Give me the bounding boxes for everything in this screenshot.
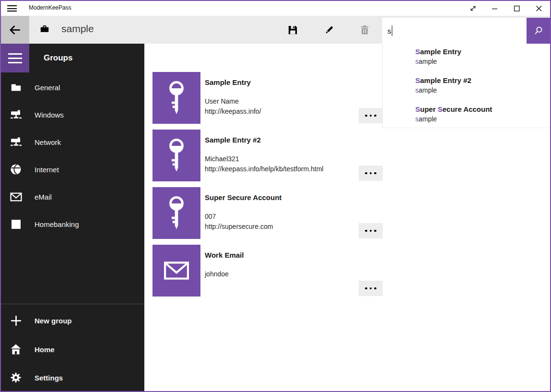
entry-details: Michael321 http://keepass.info/help/kb/t… — [205, 154, 323, 174]
minimize-icon — [490, 4, 500, 13]
titlebar: ModernKeePass — [1, 1, 550, 16]
entry-username: johndoe — [205, 269, 229, 279]
app-title: ModernKeePass — [29, 4, 71, 11]
entry-tile[interactable] — [152, 130, 200, 181]
entry-tile[interactable] — [152, 187, 200, 239]
globe-icon — [10, 163, 22, 176]
fullscreen-toggle-button[interactable] — [462, 1, 484, 16]
entry-url: http://keepass.info/help/kb/testform.htm… — [205, 164, 323, 174]
entry-title: Super Secure Account — [205, 193, 281, 202]
search-icon — [533, 25, 544, 36]
key-icon — [165, 138, 188, 173]
entry-username: Michael321 — [205, 154, 323, 164]
home-icon — [10, 343, 22, 356]
diagonal-resize-icon — [469, 4, 478, 13]
save-icon — [287, 24, 298, 36]
sidebar-item-email[interactable]: eMail — [1, 184, 144, 210]
sidebar-item-windows[interactable]: Windows — [1, 102, 144, 128]
text-caret — [392, 25, 393, 36]
edit-button[interactable] — [317, 16, 340, 44]
key-icon — [165, 195, 188, 231]
sidebar-item-label: Network — [35, 138, 61, 146]
more-button[interactable] — [359, 108, 383, 123]
folder-icon — [10, 81, 22, 94]
search-suggestions-dropdown: Sample Entry sample Sample Entry #2 samp… — [382, 44, 550, 128]
sidebar-item-internet[interactable]: Internet — [1, 156, 144, 182]
sidebar-item-label: Internet — [35, 166, 59, 174]
back-button[interactable] — [1, 16, 29, 44]
network-icon — [10, 108, 22, 121]
nav-hamburger-button[interactable] — [1, 44, 29, 72]
mail-icon — [10, 190, 22, 203]
key-icon — [165, 80, 188, 116]
sidebar-item-general[interactable]: General — [1, 74, 144, 100]
suggestion-subtitle: sample — [415, 57, 545, 66]
entry-tile[interactable] — [152, 72, 200, 124]
suggestion-subtitle: sample — [415, 114, 545, 124]
entry-title: Sample Entry — [205, 78, 251, 86]
window-controls — [462, 1, 550, 16]
suggestion-title: Sample Entry — [415, 47, 545, 57]
new-group-button[interactable]: New group — [1, 308, 144, 333]
titlebar-hamburger-icon[interactable] — [7, 5, 17, 12]
more-button[interactable] — [359, 166, 383, 181]
sidebar-item-network[interactable]: Network — [1, 129, 144, 155]
entry-url: http://supersecure.com — [205, 222, 273, 232]
entry-tile[interactable] — [152, 245, 200, 297]
save-button[interactable] — [281, 16, 304, 44]
home-button[interactable]: Home — [1, 336, 144, 362]
sidebar-item-label: Homebanking — [35, 220, 79, 228]
search-text: s — [387, 27, 391, 35]
delete-button[interactable] — [353, 16, 376, 44]
gear-icon — [10, 371, 22, 384]
suggestion-item[interactable]: Sample Entry #2 sample — [415, 76, 545, 99]
entry-details: User Name http://keepass.info/ — [205, 96, 261, 117]
minimize-button[interactable] — [484, 1, 506, 16]
sidebar-item-label: eMail — [35, 193, 52, 201]
sidebar-item-label: General — [35, 83, 60, 92]
entry-title: Sample Entry #2 — [205, 136, 261, 144]
sidebar-item-homebanking[interactable]: Homebanking — [1, 211, 144, 237]
close-button[interactable] — [528, 1, 550, 16]
pane-separator — [1, 304, 144, 304]
sidebar-item-label: Settings — [35, 374, 63, 382]
entry-title: Work Email — [205, 251, 244, 259]
more-button[interactable] — [359, 281, 383, 296]
back-arrow-icon — [9, 24, 22, 36]
trash-icon — [359, 24, 370, 36]
plus-icon — [10, 314, 22, 327]
maximize-icon — [512, 4, 522, 13]
suggestion-subtitle: sample — [415, 85, 545, 95]
close-icon — [534, 4, 544, 13]
entry-username: User Name — [205, 96, 261, 107]
suggestion-title: Sample Entry #2 — [415, 76, 545, 85]
more-button[interactable] — [359, 223, 383, 238]
search-input[interactable]: s — [382, 18, 527, 44]
entry-url: http://keepass.info/ — [205, 107, 261, 117]
entry-username: 007 — [205, 212, 273, 222]
search-button[interactable] — [527, 18, 550, 44]
database-icon — [39, 24, 50, 33]
entry-details: 007 http://supersecure.com — [205, 212, 273, 232]
suggestion-title: Super Secure Account — [415, 105, 545, 114]
sidebar-item-label: New group — [35, 317, 72, 325]
entry-details: johndoe — [205, 269, 229, 279]
mail-icon — [164, 261, 189, 280]
settings-button[interactable]: Settings — [1, 365, 144, 391]
suggestion-item[interactable]: Super Secure Account sample — [415, 105, 545, 128]
maximize-button[interactable] — [506, 1, 528, 16]
groups-header: Groups — [44, 44, 72, 72]
sidebar-item-label: Windows — [35, 111, 64, 119]
pencil-icon — [324, 24, 335, 36]
database-title: sample — [61, 23, 94, 35]
app-window: ModernKeePass — [0, 0, 551, 392]
sidebar-item-label: Home — [35, 345, 55, 354]
square-icon — [10, 218, 22, 230]
suggestion-item[interactable]: Sample Entry sample — [415, 47, 545, 70]
network-icon — [10, 136, 22, 148]
